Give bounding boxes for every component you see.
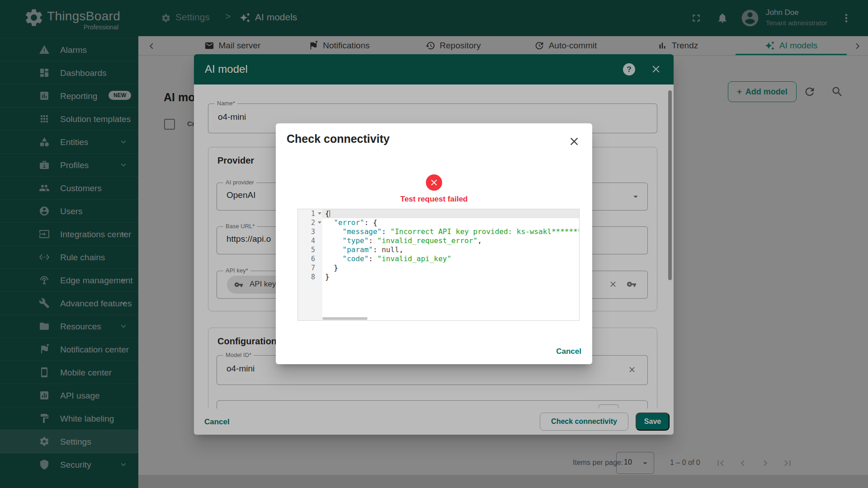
code-line: "error": { xyxy=(322,218,579,227)
code-line: "message": "Incorrect API key provided: … xyxy=(322,227,579,236)
editor-horizontal-scrollbar[interactable] xyxy=(322,317,368,320)
line-number: 2 xyxy=(298,218,322,227)
line-number: 6 xyxy=(298,254,322,263)
line-number: 1 xyxy=(298,209,322,218)
check-connectivity-title: Check connectivity xyxy=(287,132,390,145)
code-line: } xyxy=(322,263,579,272)
line-number: 8 xyxy=(298,272,322,282)
editor-gutter: 12345678 xyxy=(298,209,322,320)
line-number: 7 xyxy=(298,263,322,272)
line-number: 5 xyxy=(298,245,322,254)
check-connectivity-close-icon[interactable] xyxy=(568,135,580,148)
fold-arrow-icon[interactable] xyxy=(318,221,321,224)
error-icon xyxy=(426,174,442,191)
code-line: "param": null, xyxy=(322,245,579,254)
line-number: 3 xyxy=(298,227,322,236)
code-line: "code": "invalid_api_key" xyxy=(322,254,579,263)
code-line: } xyxy=(322,272,579,282)
error-status-text: Test request failed xyxy=(276,195,592,204)
code-line: { xyxy=(322,209,579,218)
code-line: "type": "invalid_request_error", xyxy=(322,236,579,245)
app-root: ThingsBoard Professional Settings > AI m… xyxy=(0,0,868,488)
check-connectivity-dialog: Check connectivity Test request failed 1… xyxy=(276,123,592,364)
check-connectivity-cancel-button[interactable]: Cancel xyxy=(556,347,581,356)
fold-arrow-icon[interactable] xyxy=(318,212,321,215)
editor-code: { "error": { "message": "Incorrect API k… xyxy=(322,209,579,320)
line-number: 4 xyxy=(298,236,322,245)
json-code-editor[interactable]: 12345678 { "error": { "message": "Incorr… xyxy=(297,209,580,321)
